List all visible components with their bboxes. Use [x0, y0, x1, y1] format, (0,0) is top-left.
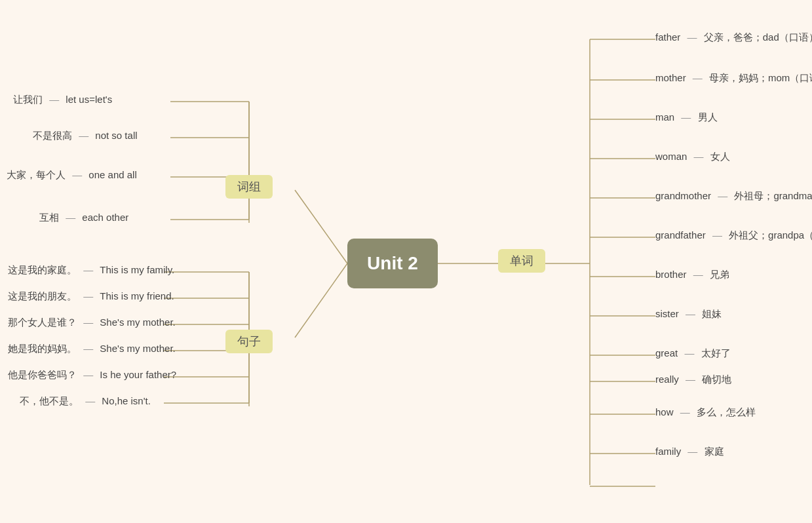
danci-item-10: really — 确切地 [655, 374, 731, 386]
danci-item-3: man — 男人 [655, 111, 718, 124]
juzi-item-1: 这是我的家庭。 — This is my family. [8, 264, 174, 277]
juzi-item-6: 不，他不是。 — No,he isn't. [20, 395, 151, 408]
juzi-item-4: 她是我的妈妈。 — She's my mother. [8, 343, 176, 355]
danci-item-8: sister — 姐妹 [655, 308, 722, 320]
danci-item-6: grandfather — 外祖父；grandpa（口语） [655, 229, 812, 242]
svg-line-0 [295, 190, 347, 263]
cidzu-item-1: 让我们 — let us=let's [13, 94, 112, 106]
danci-item-7: brother — 兄弟 [655, 269, 729, 281]
juzi-item-3: 那个女人是谁？ — She's my mother. [8, 317, 176, 329]
juzi-item-2: 这是我的朋友。 — This is my friend. [8, 290, 174, 303]
cidzu-item-2: 不是很高 — not so tall [33, 130, 138, 142]
danci-item-9: great — 太好了 [655, 347, 731, 360]
cidzu-item-4: 互相 — each other [39, 212, 128, 224]
cidzu-item-3: 大家，每个人 — one and all [7, 169, 137, 182]
danci-item-4: woman — 女人 [655, 151, 730, 163]
danci-item-11: how — 多么，怎么样 [655, 406, 756, 419]
juzi-label: 句子 [225, 330, 273, 353]
danci-item-12: family — 家庭 [655, 446, 724, 458]
danci-item-5: grandmother — 外祖母；grandma（口语） [655, 190, 812, 203]
danci-label: 单词 [498, 249, 545, 273]
danci-item-2: mother — 母亲，妈妈；mom（口语） [655, 72, 812, 85]
cidzu-label: 词组 [225, 175, 273, 199]
danci-item-1: father — 父亲，爸爸；dad（口语） [655, 31, 812, 44]
svg-line-8 [295, 263, 347, 338]
juzi-item-5: 他是你爸爸吗？ — Is he your father? [8, 369, 176, 381]
center-node: Unit 2 [347, 239, 438, 288]
